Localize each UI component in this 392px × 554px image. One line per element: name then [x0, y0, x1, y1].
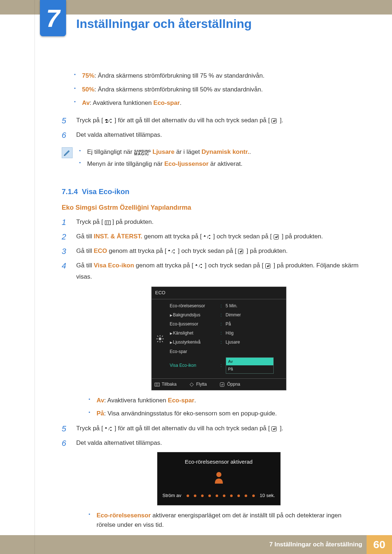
- step-number-4: 4: [62, 259, 66, 272]
- bullet-av-text: : Avaktivera funktionen: [90, 99, 153, 106]
- steps-a: 5 Tryck på [ / ] för att gå till det alt…: [62, 114, 361, 141]
- footer-divider: [34, 535, 35, 554]
- step-number-1: 1: [62, 216, 66, 229]
- left-margin-line: [34, 15, 35, 554]
- bullet-av-label: Av: [82, 99, 90, 106]
- osd-row-label: Eco-spar: [170, 348, 221, 355]
- svg-rect-17: [162, 335, 163, 337]
- popup-title: Eco-rörelsesensor aktiverad: [163, 457, 275, 466]
- svg-rect-1: [272, 118, 277, 123]
- top-band-left: [0, 0, 34, 15]
- step-a6: 6 Det valda alternativet tillämpas.: [62, 128, 361, 141]
- osd-row-value: Hög: [226, 330, 234, 337]
- svg-rect-16: [157, 335, 158, 337]
- note-1: Ej tillgängligt när SAMSUNGMAGIC Ljusare…: [79, 146, 251, 158]
- note-1-pre: Ej tillgängligt när: [87, 148, 134, 155]
- step-b2-mid: genom att trycka på [: [142, 233, 201, 240]
- svg-text:/: /: [172, 249, 173, 254]
- osd-row-label: Bakgrundsljus: [173, 312, 200, 317]
- osd-footer-move: Flytta: [189, 381, 207, 388]
- bullet-av-accent: Eco-spar: [154, 99, 180, 106]
- svg-text:/: /: [109, 119, 110, 123]
- svg-rect-2: [105, 221, 110, 225]
- step-number-2: 2: [62, 230, 66, 243]
- post-osd-bullets: Av: Avaktivera funktionen Eco-spar. På: …: [76, 394, 361, 420]
- osd-footer-open: Öppna: [220, 381, 240, 388]
- bullet-accent: Eco-spar: [168, 397, 195, 404]
- osd-row-value: Dimmer: [226, 312, 241, 319]
- osd-row-value: På: [226, 321, 231, 328]
- menu-icon: [155, 383, 160, 386]
- step-number-5: 5: [62, 422, 66, 435]
- osd-icon-column: [152, 299, 168, 378]
- step-b2: 2 Gå till INST. & ÅTERST. genom att tryc…: [62, 230, 361, 244]
- page: 7 Inställningar och återställning 75%: Ä…: [0, 0, 392, 554]
- note-1-acc2: Dynamisk kontr.: [201, 148, 249, 155]
- step-c6-text: Det valda alternativet tillämpas.: [76, 439, 162, 446]
- svg-rect-14: [156, 338, 158, 339]
- svg-rect-18: [157, 341, 158, 342]
- bullet-75: 75%: Ändra skärmens strömförbrukning til…: [82, 69, 361, 83]
- diamond-icon: [189, 382, 194, 387]
- osd-dropdown-item: På: [226, 365, 273, 373]
- osd-row: Eco-ljussensor:På: [170, 320, 282, 329]
- note-block: Ej tillgängligt när SAMSUNGMAGIC Ljusare…: [62, 146, 361, 170]
- svg-rect-19: [162, 341, 163, 342]
- note-2-suffix: är aktiverat.: [209, 160, 243, 167]
- osd-row: Eco-spar: [170, 347, 282, 356]
- osd-row-label: Eco-rörelsesensor: [170, 303, 221, 309]
- svg-point-26: [216, 472, 221, 477]
- bullet-75-label: 75%: [82, 72, 94, 79]
- osd-row-value: 5 Min.: [226, 303, 238, 309]
- section-number: 7.1.4: [62, 188, 78, 196]
- svg-rect-25: [272, 427, 277, 431]
- up-down-icon: /: [204, 233, 212, 242]
- step-b3-acc: ECO: [94, 247, 107, 254]
- osd-dropdown: Av På: [226, 357, 274, 374]
- osd-footer-back: Tillbaka: [155, 381, 177, 388]
- up-down-icon: /: [105, 424, 113, 434]
- bullet-50-text: : Ändra skärmens strömförbrukning till 5…: [94, 86, 263, 93]
- popup-right-label: 10 sek.: [260, 492, 275, 500]
- osd-row-label: Visa Eco-ikon: [170, 362, 221, 369]
- osd-menu: ECO Eco-rörelsesensor:5 Min. ▶Bakgrundsl…: [151, 287, 286, 390]
- svg-text:/: /: [199, 264, 200, 268]
- samsung-magic-icon: SAMSUNGMAGIC: [134, 149, 151, 156]
- step-b2-mid2: ] och tryck sedan på [: [213, 233, 272, 240]
- step-number-6: 6: [62, 437, 66, 450]
- step-b3-pre: Gå till: [76, 247, 94, 254]
- up-down-icon: /: [195, 262, 203, 271]
- osd-row-label: Känslighet: [173, 331, 193, 336]
- step-c5-post: ].: [280, 425, 283, 432]
- popup-left-label: Ström av: [163, 492, 181, 500]
- svg-rect-15: [162, 338, 164, 339]
- step-number-3: 3: [62, 245, 66, 258]
- bullet-pa: På: Visa användningsstatus för eko-senso…: [97, 407, 361, 420]
- footer-text: 7 Inställningar och återställning: [269, 541, 367, 548]
- svg-rect-20: [155, 383, 159, 386]
- up-down-icon: /: [105, 116, 113, 126]
- svg-rect-12: [160, 335, 160, 337]
- bullet-75-text: : Ändra skärmens strömförbrukning till 7…: [94, 72, 265, 79]
- final-bullet: Eco-rörelsesensor aktiverar energisparlä…: [97, 509, 361, 531]
- popup: Eco-rörelsesensor aktiverad Ström av 10 …: [157, 452, 281, 505]
- osd-footer: Tillbaka Flytta Öppna: [152, 378, 286, 390]
- bullet-av-suffix: .: [180, 99, 181, 106]
- enter-icon: [271, 116, 278, 126]
- person-icon: [213, 471, 224, 484]
- osd-row-selected: Visa Eco-ikon : Av På: [170, 356, 282, 375]
- step-a6-text: Det valda alternativet tillämpas.: [76, 131, 162, 138]
- enter-icon: [238, 247, 245, 257]
- step-a5-mid: ] för att gå till det alternativ du vill…: [114, 117, 270, 124]
- step-number-5: 5: [62, 114, 66, 127]
- osd-row: ▶Känslighet:Hög: [170, 329, 282, 338]
- step-a5-pre: Tryck på [: [76, 117, 103, 124]
- osd-rows: Eco-rörelsesensor:5 Min. ▶Bakgrundsljus:…: [168, 299, 286, 378]
- svg-rect-13: [160, 341, 160, 342]
- gear-icon: [156, 335, 164, 343]
- osd-footer-back-label: Tillbaka: [162, 381, 177, 388]
- section-heading: 7.1.4 Visa Eco-ikon: [62, 188, 361, 196]
- note-1-acc1: Ljusare: [151, 148, 174, 155]
- osd-footer-move-label: Flytta: [196, 381, 207, 388]
- osd-row-label: Eco-ljussensor: [170, 321, 221, 328]
